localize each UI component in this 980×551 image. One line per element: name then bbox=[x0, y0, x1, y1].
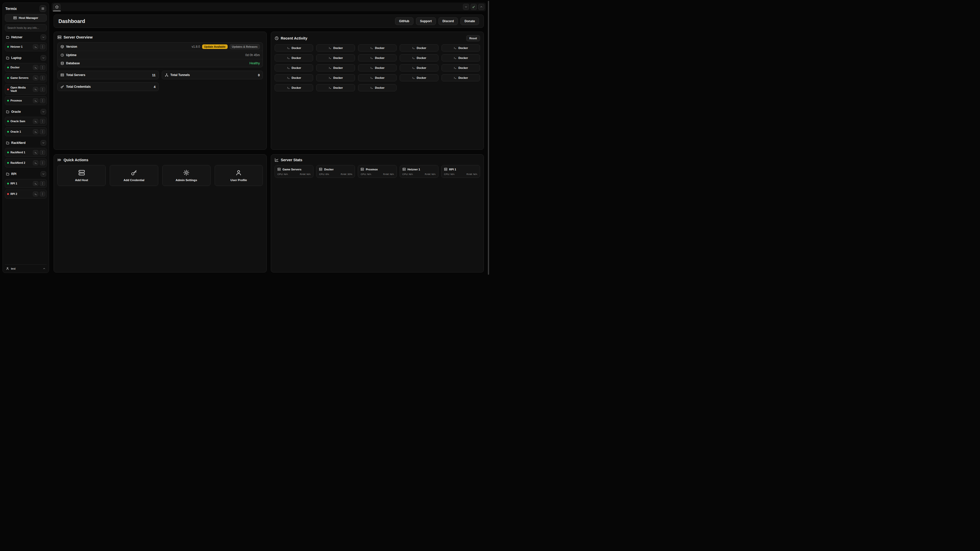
tab-home[interactable] bbox=[53, 3, 60, 11]
recent-activity-item[interactable]: Docker bbox=[442, 54, 480, 62]
recent-activity-item[interactable]: Docker bbox=[275, 54, 313, 62]
host-rpi-2[interactable]: RPI 2 ⋮ bbox=[5, 189, 47, 198]
folder-collapse-button[interactable] bbox=[41, 35, 46, 40]
open-terminal-button[interactable] bbox=[33, 150, 38, 155]
host-menu-button[interactable]: ⋮ bbox=[40, 192, 45, 197]
host-hetzner-1[interactable]: Hetzner 1 ⋮ bbox=[5, 42, 47, 51]
open-terminal-button[interactable] bbox=[33, 98, 38, 103]
recent-activity-item[interactable]: Docker bbox=[358, 44, 396, 52]
open-terminal-button[interactable] bbox=[33, 129, 38, 134]
server-stat-docker[interactable]: Docker CPU: 6% RAM: 30% bbox=[316, 165, 355, 178]
recent-activity-item[interactable]: Docker bbox=[442, 74, 480, 81]
recent-activity-item[interactable]: Docker bbox=[442, 64, 480, 71]
search-input[interactable] bbox=[5, 24, 47, 32]
folder-header[interactable]: RackNerd bbox=[5, 140, 47, 146]
folder-collapse-button[interactable] bbox=[41, 140, 46, 146]
tab-scroll-up-button[interactable] bbox=[478, 4, 484, 10]
server-stat-name: Hetzner 1 bbox=[407, 168, 420, 171]
host-open-media-vault[interactable]: Open Media Vault ⋮ bbox=[5, 84, 47, 95]
open-terminal-button[interactable] bbox=[33, 87, 38, 92]
folder-collapse-button[interactable] bbox=[41, 109, 46, 114]
host-menu-button[interactable]: ⋮ bbox=[40, 76, 45, 80]
host-game-servers[interactable]: Game Servers ⋮ bbox=[5, 73, 47, 83]
recent-activity-item[interactable]: Docker bbox=[316, 54, 355, 62]
host-oracle-sam[interactable]: Oracle Sam ⋮ bbox=[5, 117, 47, 126]
recent-activity-item[interactable]: Docker bbox=[442, 44, 480, 52]
tab-scroll-down-button[interactable] bbox=[463, 4, 469, 10]
recent-activity-item[interactable]: Docker bbox=[400, 64, 438, 71]
recent-activity-item[interactable]: Docker bbox=[400, 54, 438, 62]
recent-activity-item[interactable]: Docker bbox=[400, 44, 438, 52]
host-manager-button[interactable]: Host Manager bbox=[5, 14, 47, 22]
recent-activity-item[interactable]: Docker bbox=[316, 84, 355, 91]
add-credential-tile[interactable]: Add Credential bbox=[110, 165, 158, 186]
open-terminal-button[interactable] bbox=[33, 192, 38, 197]
recent-activity-item[interactable]: Docker bbox=[316, 74, 355, 81]
recent-activity-item[interactable]: Docker bbox=[275, 84, 313, 91]
scrollbar[interactable] bbox=[488, 1, 489, 275]
recent-activity-item[interactable]: Docker bbox=[275, 64, 313, 71]
server-stat-rpi-1[interactable]: RPI 1 CPU: N/A RAM: N/A bbox=[441, 165, 480, 178]
recent-activity-item[interactable]: Docker bbox=[358, 74, 396, 81]
host-racknerd-1[interactable]: RackNerd 1 ⋮ bbox=[5, 148, 47, 157]
host-menu-button[interactable]: ⋮ bbox=[40, 44, 45, 49]
scrollbar-thumb[interactable] bbox=[488, 1, 489, 275]
folder-collapse-button[interactable] bbox=[41, 55, 46, 61]
github-button[interactable]: GitHub bbox=[395, 17, 414, 25]
open-terminal-button[interactable] bbox=[33, 181, 38, 186]
host-proxmox[interactable]: Proxmox ⋮ bbox=[5, 96, 47, 105]
host-rpi-1[interactable]: RPI 1 ⋮ bbox=[5, 179, 47, 188]
updates-releases-button[interactable]: Updates & Releases bbox=[230, 44, 260, 49]
recent-activity-item[interactable]: Docker bbox=[316, 64, 355, 71]
open-terminal-button[interactable] bbox=[33, 76, 38, 80]
ssh-keys-button[interactable] bbox=[471, 4, 477, 10]
support-button[interactable]: Support bbox=[416, 17, 436, 25]
folder-header[interactable]: Hetzner bbox=[5, 34, 47, 41]
server-stat-hetzner-1[interactable]: Hetzner 1 CPU: N/A RAM: N/A bbox=[400, 165, 438, 178]
host-docker[interactable]: Docker ⋮ bbox=[5, 63, 47, 72]
add-host-tile[interactable]: Add Host bbox=[57, 165, 106, 186]
user-profile-tile[interactable]: User Profile bbox=[215, 165, 263, 186]
discord-button[interactable]: Discord bbox=[438, 17, 458, 25]
sidebar-menu-button[interactable] bbox=[40, 5, 46, 12]
open-terminal-button[interactable] bbox=[33, 160, 38, 165]
host-menu-button[interactable]: ⋮ bbox=[40, 181, 45, 186]
host-name: Proxmox bbox=[11, 99, 32, 102]
recent-activity-item[interactable]: Docker bbox=[358, 54, 396, 62]
open-terminal-button[interactable] bbox=[33, 119, 38, 124]
host-menu-button[interactable]: ⋮ bbox=[40, 87, 45, 92]
recent-activity-item[interactable]: Docker bbox=[275, 44, 313, 52]
user-menu[interactable]: test bbox=[5, 264, 47, 271]
host-menu-button[interactable]: ⋮ bbox=[40, 129, 45, 134]
total-credentials-label: Total Credentials bbox=[66, 85, 91, 89]
folder-header[interactable]: Oracle bbox=[5, 108, 47, 115]
open-terminal-button[interactable] bbox=[33, 65, 38, 70]
open-terminal-button[interactable] bbox=[33, 44, 38, 49]
recent-activity-label: Docker bbox=[375, 66, 384, 69]
server-stat-game-servers[interactable]: Game Servers CPU: N/A RAM: N/A bbox=[275, 165, 313, 178]
reset-button[interactable]: Reset bbox=[466, 35, 480, 41]
recent-activity-item[interactable]: Docker bbox=[275, 74, 313, 81]
host-racknerd-2[interactable]: RackNerd 2 ⋮ bbox=[5, 159, 47, 167]
admin-settings-tile[interactable]: Admin Settings bbox=[162, 165, 210, 186]
host-menu-button[interactable]: ⋮ bbox=[40, 150, 45, 155]
folder-header[interactable]: Laptop bbox=[5, 55, 47, 61]
recent-activity-item[interactable]: Docker bbox=[400, 74, 438, 81]
folder-collapse-button[interactable] bbox=[41, 171, 46, 177]
host-menu-button[interactable]: ⋮ bbox=[40, 160, 45, 165]
host-list: RPI 1 ⋮ RPI 2 ⋮ bbox=[5, 179, 47, 198]
host-oracle-1[interactable]: Oracle 1 ⋮ bbox=[5, 127, 47, 136]
server-stat-proxmox[interactable]: Proxmox CPU: N/A RAM: N/A bbox=[358, 165, 396, 178]
host-menu-button[interactable]: ⋮ bbox=[40, 65, 45, 70]
host-menu-button[interactable]: ⋮ bbox=[40, 119, 45, 124]
host-menu-button[interactable]: ⋮ bbox=[40, 98, 45, 103]
folder-header[interactable]: RPI bbox=[5, 171, 47, 177]
update-available-badge[interactable]: Update Available bbox=[202, 44, 228, 49]
version-row: Version v1.8.0 Update Available Updates … bbox=[58, 43, 262, 51]
user-icon bbox=[6, 267, 9, 270]
recent-activity-item[interactable]: Docker bbox=[358, 64, 396, 71]
recent-activity-item[interactable]: Docker bbox=[316, 44, 355, 52]
recent-activity-item[interactable]: Docker bbox=[358, 84, 396, 91]
terminal-icon bbox=[35, 183, 37, 185]
donate-button[interactable]: Donate bbox=[460, 17, 479, 25]
